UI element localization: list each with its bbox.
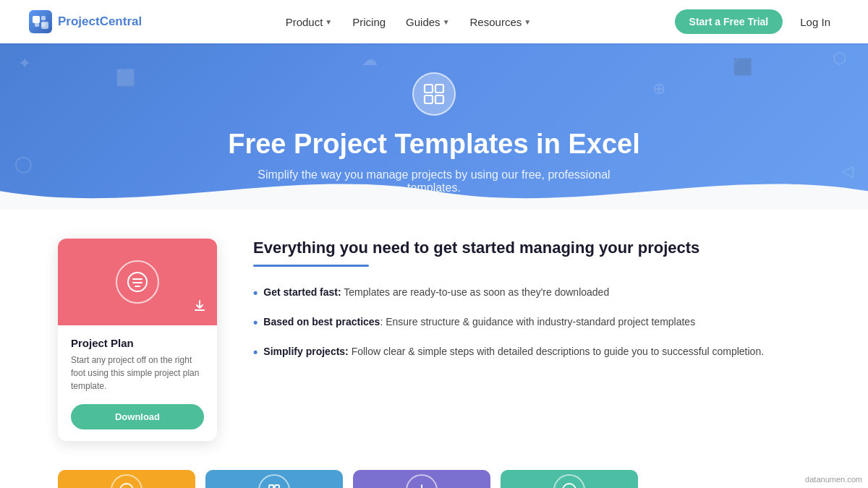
nav-product[interactable]: Product ▼ [277,10,341,34]
mini-card-icon-3 [406,474,438,489]
guides-chevron-icon: ▼ [443,18,450,26]
card-body: Project Plan Start any project off on th… [58,325,217,441]
mini-card-icon-2 [258,474,290,489]
bottom-cards-row [0,470,868,488]
svg-rect-1 [41,16,46,20]
feature-text-1: Get started fast: Templates are ready-to… [263,284,609,304]
svg-rect-4 [425,85,433,93]
feature-bullet-1: • [253,283,258,304]
feature-bullet-2: • [253,312,258,333]
feature-text-2: Based on best practices: Ensure structur… [263,314,695,333]
watermark: datanumen.com [805,475,862,484]
features-underline [253,265,369,267]
svg-rect-6 [425,95,433,103]
feature-bullet-3: • [253,342,258,363]
nav-guides[interactable]: Guides ▼ [397,10,458,34]
resources-chevron-icon: ▼ [524,18,531,26]
svg-rect-2 [35,22,39,27]
deco-icon-1: ✦ [18,54,31,73]
svg-rect-0 [35,16,39,20]
feature-list: • Get started fast: Templates are ready-… [253,284,810,362]
svg-rect-13 [269,485,273,489]
deco-icon-3: ☁ [362,51,378,69]
main-content: Project Plan Start any project off on th… [0,210,868,470]
mini-card-1[interactable] [58,470,195,488]
features-section: Everything you need to get started manag… [253,239,810,441]
feature-item-1: • Get started fast: Templates are ready-… [253,284,810,304]
login-button[interactable]: Log In [791,10,839,34]
features-title: Everything you need to get started manag… [253,239,810,257]
card-header [58,239,217,325]
svg-point-17 [563,484,576,489]
feature-item-2: • Based on best practices: Ensure struct… [253,314,810,333]
deco-icon-2: ⬜ [116,69,135,87]
mini-card-4[interactable] [501,470,638,488]
svg-rect-5 [435,85,443,93]
hero-title: Free Project Templates in Excel [14,129,854,160]
start-trial-button[interactable]: Start a Free Trial [675,9,783,34]
logo-text: ProjectCentral [58,14,142,29]
mini-card-2[interactable] [205,470,343,488]
nav-actions: Start a Free Trial Log In [675,9,839,34]
nav-pricing[interactable]: Pricing [344,10,394,34]
deco-icon-4: ⊕ [652,80,665,98]
hero-section: ✦ ⬜ ☁ ⊕ ⬛ ⬡ ◯ ◁ Free Project Templates i… [0,43,868,210]
product-chevron-icon: ▼ [325,18,332,26]
feature-text-3: Simplify projects: Follow clear & simple… [263,343,764,363]
hero-icon [412,72,456,116]
nav-resources[interactable]: Resources ▼ [461,10,540,34]
deco-icon-6: ⬡ [833,49,846,68]
card-download-icon[interactable] [192,299,207,317]
card-header-icon [116,260,159,304]
mini-card-icon-4 [553,474,585,489]
svg-rect-3 [41,22,46,27]
nav-links: Product ▼ Pricing Guides ▼ Resources ▼ [277,10,540,34]
svg-point-12 [120,484,133,489]
card-title: Project Plan [71,337,204,349]
mini-card-3[interactable] [353,470,490,488]
template-card: Project Plan Start any project off on th… [58,239,217,441]
logo-icon [29,10,52,33]
navbar: ProjectCentral Product ▼ Pricing Guides … [0,0,868,43]
feature-item-3: • Simplify projects: Follow clear & simp… [253,343,810,363]
download-button[interactable]: Download [71,404,204,429]
hero-wave [0,166,868,210]
deco-icon-5: ⬛ [733,58,752,77]
svg-rect-7 [435,95,443,103]
logo[interactable]: ProjectCentral [29,10,142,33]
card-description: Start any project off on the right foot … [71,354,204,393]
svg-rect-14 [275,485,279,489]
mini-card-icon-1 [111,474,142,489]
